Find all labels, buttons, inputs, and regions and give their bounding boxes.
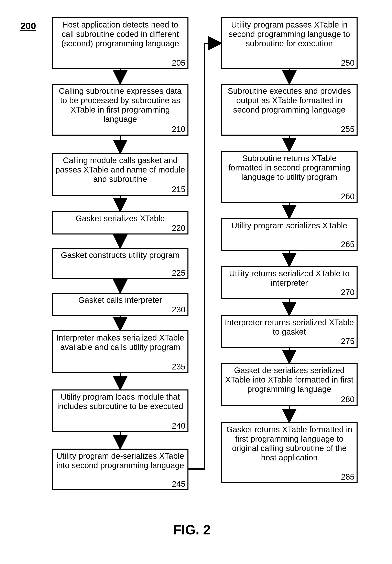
step-215: Calling module calls gasket and passes X…	[52, 153, 189, 196]
step-text: Utility program loads module that includ…	[53, 392, 188, 411]
step-ref: 220	[172, 223, 185, 233]
figure-label: 200	[20, 20, 36, 31]
step-ref: 240	[172, 421, 185, 430]
step-ref: 215	[172, 184, 185, 194]
step-255: Subroutine executes and provides output …	[221, 84, 358, 136]
figure-caption: FIG. 2	[173, 522, 210, 537]
step-text: Host application detects need to call su…	[53, 20, 188, 48]
step-210: Calling subroutine expresses data to be …	[52, 84, 189, 136]
step-275: Interpreter returns serialized XTable to…	[221, 315, 358, 348]
step-text: Gasket calls interpreter	[53, 295, 188, 305]
step-ref: 205	[172, 58, 185, 68]
step-ref: 235	[172, 362, 185, 371]
step-text: Utility program de-serializes XTable int…	[53, 451, 188, 470]
step-225: Gasket constructs utility program 225	[52, 248, 189, 279]
step-text: Gasket de-serializes serialized XTable i…	[222, 366, 357, 394]
step-ref: 225	[172, 268, 185, 278]
step-235: Interpreter makes serialized XTable avai…	[52, 330, 189, 373]
step-text: Subroutine returns XTable formatted in s…	[222, 154, 357, 182]
step-270: Utility returns serialized XTable to int…	[221, 266, 358, 299]
step-ref: 260	[341, 192, 354, 201]
step-ref: 255	[341, 124, 354, 134]
step-ref: 270	[341, 287, 354, 297]
step-ref: 280	[341, 395, 354, 404]
step-ref: 265	[341, 240, 354, 249]
step-text: Calling module calls gasket and passes X…	[53, 155, 188, 184]
step-280: Gasket de-serializes serialized XTable i…	[221, 363, 358, 406]
step-260: Subroutine returns XTable formatted in s…	[221, 151, 358, 203]
step-ref: 210	[172, 124, 185, 134]
step-285: Gasket returns XTable formatted in first…	[221, 422, 358, 483]
step-205: Host application detects need to call su…	[52, 17, 189, 69]
step-text: Calling subroutine expresses data to be …	[53, 86, 188, 124]
step-ref: 230	[172, 305, 185, 314]
step-text: Subroutine executes and provides output …	[222, 86, 357, 114]
step-text: Interpreter makes serialized XTable avai…	[53, 333, 188, 352]
step-text: Gasket serializes XTable	[53, 214, 188, 223]
step-text: Utility program passes XTable in second …	[222, 20, 357, 48]
step-ref: 250	[341, 58, 354, 68]
step-ref: 245	[172, 479, 185, 489]
step-265: Utility program serializes XTable 265	[221, 218, 358, 251]
step-text: Gasket returns XTable formatted in first…	[222, 425, 357, 462]
step-text: Utility returns serialized XTable to int…	[222, 269, 357, 287]
step-240: Utility program loads module that includ…	[52, 389, 189, 432]
step-ref: 275	[341, 337, 354, 346]
step-text: Gasket constructs utility program	[53, 250, 188, 260]
step-text: Interpreter returns serialized XTable to…	[222, 318, 357, 337]
step-245: Utility program de-serializes XTable int…	[52, 449, 189, 490]
step-text: Utility program serializes XTable	[222, 221, 357, 230]
step-250: Utility program passes XTable in second …	[221, 17, 358, 69]
step-ref: 285	[341, 472, 354, 481]
step-230: Gasket calls interpreter 230	[52, 293, 189, 316]
step-220: Gasket serializes XTable 220	[52, 211, 189, 235]
